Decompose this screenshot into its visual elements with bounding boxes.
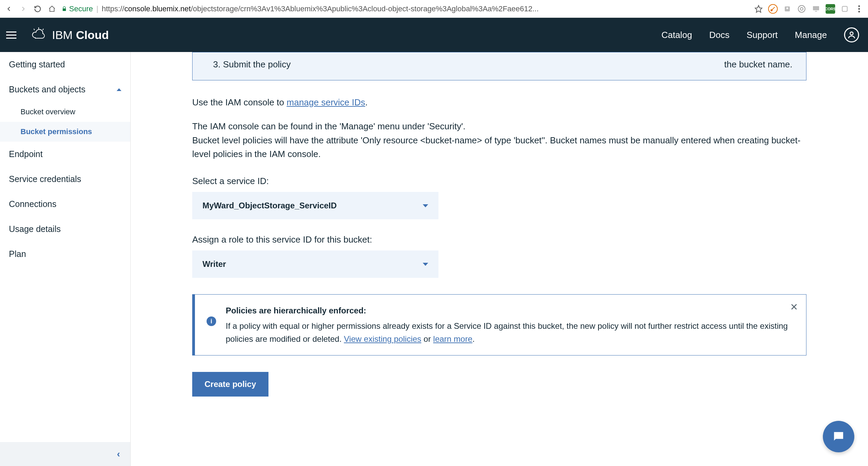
- sidebar-endpoint[interactable]: Endpoint: [0, 142, 130, 167]
- service-id-value: MyWard_ObjectStorage_ServiceID: [202, 201, 337, 210]
- extension-icon-2[interactable]: [782, 4, 792, 14]
- svg-point-11: [858, 11, 860, 12]
- alert-heading: Policies are hierarchically enforced:: [226, 304, 794, 317]
- info-icon: i: [207, 316, 216, 326]
- view-existing-policies-link[interactable]: View existing policies: [344, 334, 421, 344]
- svg-rect-8: [842, 6, 847, 11]
- iam-sentence: Use the IAM console to manage service ID…: [192, 95, 806, 109]
- top-nav: IBM Cloud Catalog Docs Support Manage: [0, 18, 868, 52]
- manage-service-ids-link[interactable]: manage service IDs: [287, 97, 365, 107]
- forward-icon[interactable]: [18, 4, 28, 14]
- step-text: 3. Submit the policy: [213, 59, 291, 70]
- svg-marker-0: [755, 5, 762, 12]
- sidebar-item-label: Buckets and objects: [9, 85, 86, 94]
- extensions-area: CORS: [768, 4, 864, 14]
- sidebar-footer: ‹: [0, 442, 130, 466]
- browser-chrome-bar: Secure | https://console.bluemix.net/obj…: [0, 0, 868, 18]
- chevron-up-icon: [117, 88, 121, 91]
- collapse-sidebar-icon[interactable]: ‹: [117, 449, 120, 459]
- iam-help-text: The IAM console can be found in the 'Man…: [192, 119, 806, 161]
- svg-line-12: [34, 29, 35, 30]
- extension-icon-4[interactable]: [811, 4, 821, 14]
- create-policy-button[interactable]: Create policy: [192, 372, 268, 397]
- svg-point-3: [786, 7, 788, 9]
- home-icon[interactable]: [47, 4, 57, 14]
- sidebar-buckets-and-objects[interactable]: Buckets and objects: [0, 77, 130, 102]
- back-icon[interactable]: [4, 4, 14, 14]
- policies-alert: i Policies are hierarchically enforced: …: [192, 294, 806, 355]
- chat-fab-button[interactable]: [823, 421, 854, 452]
- chevron-down-icon: [423, 263, 428, 266]
- main-content: 3. Submit the policy the bucket name. Us…: [131, 52, 868, 466]
- bookmark-star-icon[interactable]: [754, 4, 763, 14]
- svg-line-14: [43, 29, 43, 30]
- url-text: https://console.bluemix.net/objectstorag…: [102, 4, 539, 13]
- sidebar: Getting started Buckets and objects Buck…: [0, 52, 131, 466]
- sidebar-getting-started[interactable]: Getting started: [0, 52, 130, 77]
- cloud-logo-icon: [30, 26, 47, 43]
- extension-icon-5[interactable]: [840, 4, 850, 14]
- svg-point-4: [798, 5, 805, 12]
- sidebar-service-credentials[interactable]: Service credentials: [0, 167, 130, 192]
- svg-rect-6: [813, 6, 819, 10]
- sidebar-connections[interactable]: Connections: [0, 192, 130, 217]
- svg-point-15: [850, 32, 853, 35]
- steps-card: 3. Submit the policy the bucket name.: [192, 52, 806, 80]
- nav-support[interactable]: Support: [747, 30, 778, 40]
- nav-docs[interactable]: Docs: [709, 30, 729, 40]
- svg-point-5: [800, 8, 803, 10]
- sidebar-plan[interactable]: Plan: [0, 242, 130, 267]
- role-dropdown[interactable]: Writer: [192, 250, 438, 278]
- brand[interactable]: IBM Cloud: [30, 26, 109, 43]
- reload-icon[interactable]: [33, 4, 42, 14]
- nav-manage[interactable]: Manage: [795, 30, 827, 40]
- learn-more-link[interactable]: learn more: [433, 334, 473, 344]
- select-service-label: Select a service ID:: [192, 176, 806, 186]
- alert-body-text: If a policy with equal or higher permiss…: [226, 320, 794, 346]
- brand-text: IBM Cloud: [52, 28, 109, 42]
- chevron-down-icon: [423, 204, 428, 207]
- svg-point-10: [858, 8, 860, 10]
- avatar-icon[interactable]: [844, 27, 859, 42]
- step-right-note: the bucket name.: [724, 59, 792, 70]
- sidebar-bucket-overview[interactable]: Bucket overview: [0, 102, 130, 122]
- hamburger-menu-icon[interactable]: [6, 27, 21, 42]
- secure-label: Secure: [69, 4, 93, 13]
- svg-rect-7: [815, 11, 817, 12]
- extension-cors-icon[interactable]: CORS: [826, 4, 835, 14]
- extension-icon-1[interactable]: [768, 4, 778, 14]
- assign-role-label: Assign a role to this service ID for thi…: [192, 234, 806, 245]
- close-alert-icon[interactable]: ✕: [790, 301, 798, 313]
- sidebar-bucket-permissions[interactable]: Bucket permissions: [0, 122, 130, 142]
- url-bar[interactable]: Secure | https://console.bluemix.net/obj…: [62, 4, 749, 13]
- sidebar-usage-details[interactable]: Usage details: [0, 217, 130, 242]
- chrome-menu-icon[interactable]: [854, 4, 864, 14]
- extension-icon-3[interactable]: [797, 4, 806, 14]
- svg-point-9: [858, 5, 860, 7]
- secure-indicator: Secure: [62, 4, 93, 13]
- nav-catalog[interactable]: Catalog: [661, 30, 692, 40]
- service-id-dropdown[interactable]: MyWard_ObjectStorage_ServiceID: [192, 192, 438, 219]
- role-value: Writer: [202, 259, 226, 269]
